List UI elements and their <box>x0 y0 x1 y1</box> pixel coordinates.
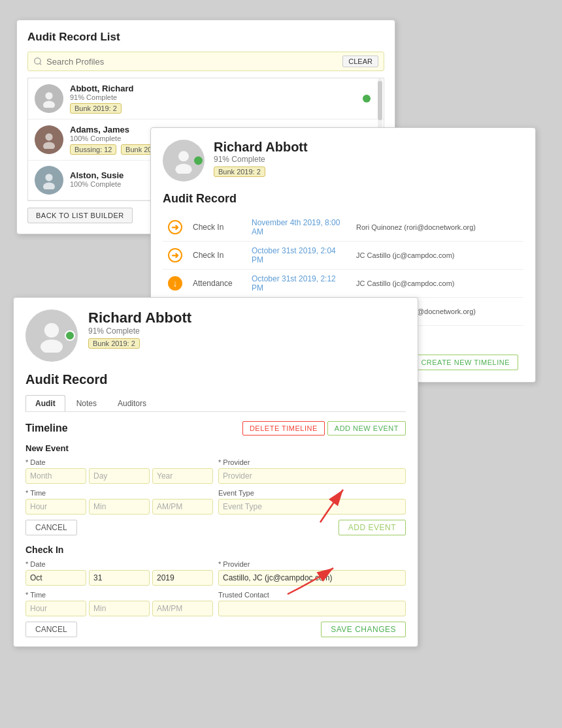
day-select[interactable]: Day <box>89 468 150 484</box>
audit-avatar <box>163 140 205 182</box>
svg-point-6 <box>45 174 52 181</box>
svg-line-1 <box>40 63 42 65</box>
provider-select[interactable]: Provider <box>218 468 406 484</box>
checkin-actions: CANCEL SAVE CHANGES <box>25 622 406 637</box>
date-label: * Date <box>25 458 213 466</box>
person-icon <box>40 131 58 149</box>
event-type: Attendance <box>188 270 246 298</box>
add-event-form-button[interactable]: ADD EVENT <box>339 520 406 535</box>
list-card-title: Audit Record List <box>27 31 384 44</box>
main-name: Richard Abbott <box>88 309 191 326</box>
clear-button[interactable]: CLEAR <box>342 55 378 67</box>
svg-point-5 <box>43 142 55 150</box>
down-arrow-icon: ↓ <box>168 276 182 291</box>
profile-tag: Bussing: 12 <box>70 144 116 155</box>
min-select[interactable]: Min <box>89 499 150 514</box>
audit-name: Richard Abbott <box>214 140 308 155</box>
trusted-contact-select[interactable] <box>218 601 406 616</box>
person-icon <box>171 148 197 174</box>
ampm-select[interactable]: AM/PM <box>152 499 213 514</box>
table-row: ➜ Check In October 31st 2019, 2:04 PM JC… <box>163 242 523 270</box>
trusted-contact-col: Trusted Contact <box>218 591 406 616</box>
main-complete: 91% Complete <box>88 326 191 336</box>
main-section-title: Audit Record <box>25 372 406 387</box>
svg-point-4 <box>45 133 52 140</box>
delete-timeline-button[interactable]: DELETE TIMELINE <box>242 421 325 435</box>
svg-point-10 <box>44 323 59 338</box>
cancel-new-event-button[interactable]: CANCEL <box>25 520 77 535</box>
trusted-contact-label: Trusted Contact <box>218 591 406 599</box>
profile-complete: 91% Complete <box>70 93 377 101</box>
svg-point-11 <box>41 340 63 353</box>
new-event-title: New Event <box>25 443 406 453</box>
audit-tabs: Audit Notes Auditors <box>25 395 406 412</box>
profile-name: Abbott, Richard <box>70 84 377 93</box>
back-to-list-builder-button[interactable]: BACK TO LIST BUILDER <box>27 208 133 223</box>
new-event-time-row: * Time Hour Min AM/PM Event Type Event T… <box>25 489 406 514</box>
search-icon <box>33 57 42 66</box>
tab-notes[interactable]: Notes <box>67 395 107 411</box>
timeline-buttons: DELETE TIMELINE ADD NEW EVENT <box>242 421 406 435</box>
checkin-date-select-group: Oct 31 2019 <box>25 570 213 586</box>
checkin-date-col: * Date Oct 31 2019 <box>25 560 213 586</box>
event-type-select[interactable]: Event Type <box>218 499 406 514</box>
profile-info: Abbott, Richard 91% Complete Bunk 2019: … <box>70 84 377 114</box>
timeline-header: Timeline DELETE TIMELINE ADD NEW EVENT <box>25 421 406 435</box>
tab-auditors[interactable]: Auditors <box>108 395 156 411</box>
person-icon <box>35 319 69 353</box>
date-col: * Date Month Day Year <box>25 458 213 484</box>
checkin-min-select[interactable]: Min <box>89 601 150 616</box>
avatar <box>35 166 63 195</box>
checkin-hour-select[interactable]: Hour <box>25 601 86 616</box>
new-event-date-row: * Date Month Day Year * Provider Provide… <box>25 458 406 484</box>
checkin-date-label: * Date <box>25 560 213 568</box>
list-item[interactable]: Abbott, Richard 91% Complete Bunk 2019: … <box>28 78 384 119</box>
audit-header: Richard Abbott 91% Complete Bunk 2019: 2 <box>163 140 523 182</box>
provider-label: * Provider <box>218 458 406 466</box>
svg-point-7 <box>43 183 55 190</box>
checkin-day-select[interactable]: 31 <box>89 570 150 586</box>
search-input[interactable] <box>46 57 342 67</box>
provider-col: * Provider Provider <box>218 458 406 484</box>
add-new-event-button[interactable]: ADD NEW EVENT <box>327 421 406 435</box>
event-type: Check In <box>188 214 246 242</box>
event-type-col: Event Type Event Type <box>218 489 406 514</box>
table-row: ↓ Attendance October 31st 2019, 2:12 PM … <box>163 270 523 298</box>
time-select-group: Hour Min AM/PM <box>25 499 213 514</box>
checkin-year-select[interactable]: 2019 <box>152 570 213 586</box>
table-row: ➜ Check In November 4th 2019, 8:00 AM Ro… <box>163 214 523 242</box>
event-date: November 4th 2019, 8:00 AM <box>246 214 351 242</box>
svg-point-8 <box>178 151 189 161</box>
status-dot <box>194 157 203 165</box>
cancel-checkin-button[interactable]: CANCEL <box>25 622 77 637</box>
search-bar: CLEAR <box>27 52 384 71</box>
checkin-time-col: * Time Hour Min AM/PM <box>25 591 213 616</box>
event-user: Rori Quinonez (rori@docnetwork.org) <box>351 214 523 242</box>
main-audit-record-card: Richard Abbott 91% Complete Bunk 2019: 2… <box>13 297 418 647</box>
checkin-ampm-select[interactable]: AM/PM <box>152 601 213 616</box>
month-select[interactable]: Month <box>25 468 86 484</box>
person-icon <box>40 89 58 108</box>
svg-point-2 <box>45 92 52 99</box>
hour-select[interactable]: Hour <box>25 499 86 514</box>
right-arrow-icon: ➜ <box>168 220 182 234</box>
svg-point-0 <box>35 58 41 64</box>
audit-complete: 91% Complete <box>214 155 308 164</box>
audit-tag: Bunk 2019: 2 <box>214 166 265 177</box>
checkin-time-select-group: Hour Min AM/PM <box>25 601 213 616</box>
avatar <box>35 84 63 113</box>
year-select[interactable]: Year <box>152 468 213 484</box>
audit-info: Richard Abbott 91% Complete Bunk 2019: 2 <box>214 140 308 177</box>
create-new-timeline-button[interactable]: CREATE NEW TIMELINE <box>412 355 518 370</box>
svg-point-3 <box>43 101 55 108</box>
save-changes-button[interactable]: SAVE CHANGES <box>321 622 406 637</box>
profile-tag: Bunk 2019: 2 <box>70 103 122 114</box>
checkin-provider-label: * Provider <box>218 560 406 568</box>
main-avatar <box>25 309 78 362</box>
tab-audit[interactable]: Audit <box>25 395 65 411</box>
event-type: Check In <box>188 242 246 270</box>
main-info: Richard Abbott 91% Complete Bunk 2019: 2 <box>88 309 191 349</box>
checkin-provider-select[interactable]: Castillo, JC (jc@campdoc.com) <box>218 570 406 586</box>
checkin-month-select[interactable]: Oct <box>25 570 86 586</box>
checkin-provider-col: * Provider Castillo, JC (jc@campdoc.com) <box>218 560 406 586</box>
